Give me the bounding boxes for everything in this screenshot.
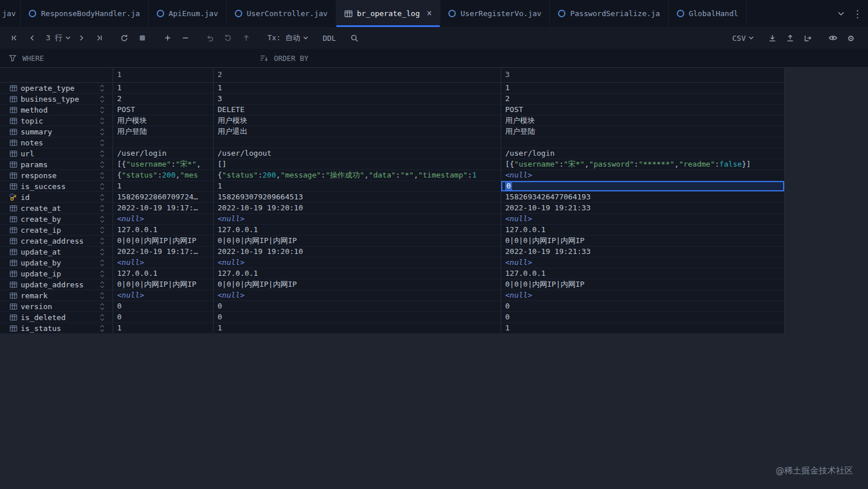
cell-update_at-3[interactable]: 2022-10-19 19:21:33: [501, 247, 785, 257]
cell-is_deleted-3[interactable]: 0: [501, 312, 785, 322]
sort-toggle-icon[interactable]: [99, 117, 105, 125]
cell-update_ip-3[interactable]: 127.0.0.1: [501, 268, 785, 279]
cell-update_at-1[interactable]: 2022-10-19 19:17:…: [113, 247, 214, 257]
cell-is_success-1[interactable]: 1: [113, 181, 214, 191]
cell-notes-3[interactable]: [501, 137, 785, 148]
sort-toggle-icon[interactable]: [99, 303, 105, 310]
cell-response-3[interactable]: <null>: [501, 170, 785, 180]
tab-UserController.jav[interactable]: UserController.jav: [227, 0, 336, 27]
page-size-selector[interactable]: 3 行: [46, 33, 71, 43]
sort-toggle-icon[interactable]: [99, 161, 105, 168]
sort-toggle-icon[interactable]: [99, 314, 105, 321]
cell-url-1[interactable]: /user/login: [113, 148, 214, 159]
tab-overflow-chevron-icon[interactable]: [838, 11, 844, 16]
cell-is_success-3[interactable]: 0: [501, 181, 785, 191]
cell-business_type-2[interactable]: 3: [214, 94, 501, 104]
download-icon[interactable]: [765, 30, 780, 45]
cell-business_type-3[interactable]: 2: [501, 94, 785, 104]
cell-remark-3[interactable]: <null>: [501, 290, 785, 301]
where-filter-input[interactable]: WHERE: [0, 54, 251, 63]
field-update_ip[interactable]: update_ip: [0, 268, 113, 279]
tab-PasswordSerialize.ja[interactable]: PasswordSerialize.ja: [550, 0, 669, 27]
cell-version-2[interactable]: 0: [214, 301, 501, 311]
field-notes[interactable]: notes: [0, 137, 113, 148]
export-icon[interactable]: [800, 30, 815, 45]
cell-create_address-2[interactable]: 0|0|0|内网IP|内网IP: [214, 236, 501, 246]
cell-create_by-2[interactable]: <null>: [214, 214, 501, 224]
field-remark[interactable]: remark: [0, 290, 113, 301]
cell-remark-2[interactable]: <null>: [214, 290, 501, 301]
cell-create_ip-3[interactable]: 127.0.0.1: [501, 225, 785, 235]
cell-business_type-1[interactable]: 2: [113, 94, 214, 104]
cell-url-3[interactable]: /user/login: [501, 148, 785, 159]
cell-update_at-2[interactable]: 2022-10-19 19:20:10: [214, 247, 501, 257]
tab-GlobalHandl[interactable]: GlobalHandl: [669, 0, 747, 27]
cell-operate_type-1[interactable]: 1: [113, 83, 214, 93]
sort-toggle-icon[interactable]: [99, 183, 105, 190]
cell-create_by-1[interactable]: <null>: [113, 214, 214, 224]
cell-summary-1[interactable]: 用户登陆: [113, 126, 214, 137]
cell-is_deleted-1[interactable]: 0: [113, 312, 214, 322]
cell-remark-1[interactable]: <null>: [113, 290, 214, 301]
field-response[interactable]: response: [0, 170, 113, 180]
cell-is_status-1[interactable]: 1: [113, 323, 214, 333]
rollback-icon[interactable]: [221, 30, 236, 45]
sort-toggle-icon[interactable]: [99, 270, 105, 278]
cell-id-1[interactable]: 15826922860709724…: [113, 192, 214, 202]
cell-params-1[interactable]: [{"username":"宋*",: [113, 159, 214, 170]
add-row-button[interactable]: [160, 30, 175, 45]
search-icon[interactable]: [347, 30, 362, 45]
cell-topic-1[interactable]: 用户模块: [113, 115, 214, 126]
cell-update_by-2[interactable]: <null>: [214, 257, 501, 268]
delete-row-button[interactable]: [178, 30, 193, 45]
sort-toggle-icon[interactable]: [99, 226, 105, 234]
sort-toggle-icon[interactable]: [99, 172, 105, 179]
sort-toggle-icon[interactable]: [99, 194, 105, 201]
settings-gear-icon[interactable]: ⚙: [843, 30, 858, 45]
order-by-filter-input[interactable]: ORDER BY: [251, 54, 308, 63]
cell-create_ip-1[interactable]: 127.0.0.1: [113, 225, 214, 235]
field-is_deleted[interactable]: is_deleted: [0, 312, 113, 322]
cell-create_at-2[interactable]: 2022-10-19 19:20:10: [214, 203, 501, 213]
field-business_type[interactable]: business_type: [0, 94, 113, 104]
cell-response-1[interactable]: {"status":200,"mes: [113, 170, 214, 180]
cell-update_ip-2[interactable]: 127.0.0.1: [214, 268, 501, 279]
record-header-1[interactable]: 1: [113, 68, 214, 82]
cell-update_ip-1[interactable]: 127.0.0.1: [113, 268, 214, 279]
field-topic[interactable]: topic: [0, 115, 113, 126]
cell-method-3[interactable]: POST: [501, 105, 785, 115]
field-operate_type[interactable]: operate_type: [0, 83, 113, 93]
field-create_address[interactable]: create_address: [0, 236, 113, 246]
cell-update_address-3[interactable]: 0|0|0|内网IP|内网IP: [501, 279, 785, 290]
more-options-icon[interactable]: ⋮: [852, 8, 862, 20]
tab-br_operate_log[interactable]: br_operate_log×: [336, 0, 441, 27]
cell-create_at-1[interactable]: 2022-10-19 19:17:…: [113, 203, 214, 213]
export-format-selector[interactable]: CSV: [733, 34, 754, 43]
field-is_status[interactable]: is_status: [0, 323, 113, 333]
cell-is_status-3[interactable]: 1: [501, 323, 785, 333]
sort-toggle-icon[interactable]: [99, 237, 105, 245]
submit-icon[interactable]: [239, 30, 254, 45]
tab-ResponseBodyHandler.ja[interactable]: ResponseBodyHandler.ja: [21, 0, 148, 27]
sort-toggle-icon[interactable]: [99, 106, 105, 114]
cell-params-2[interactable]: []: [214, 159, 501, 170]
field-is_success[interactable]: is_success: [0, 181, 113, 191]
close-icon[interactable]: ×: [427, 9, 432, 18]
view-options-eye-icon[interactable]: [826, 30, 840, 45]
cell-operate_type-3[interactable]: 1: [501, 83, 785, 93]
cell-topic-2[interactable]: 用户模块: [214, 115, 501, 126]
record-header-3[interactable]: 3: [501, 68, 785, 82]
field-id[interactable]: id: [0, 192, 113, 202]
cell-is_status-2[interactable]: 1: [214, 323, 501, 333]
field-update_address[interactable]: update_address: [0, 279, 113, 290]
cell-create_ip-2[interactable]: 127.0.0.1: [214, 225, 501, 235]
cell-version-3[interactable]: 0: [501, 301, 785, 311]
field-method[interactable]: method: [0, 105, 113, 115]
upload-icon[interactable]: [782, 30, 797, 45]
sort-toggle-icon[interactable]: [99, 95, 105, 103]
cell-create_address-1[interactable]: 0|0|0|内网IP|内网IP: [113, 236, 214, 246]
sort-toggle-icon[interactable]: [99, 150, 105, 157]
record-header-2[interactable]: 2: [214, 68, 501, 82]
sort-toggle-icon[interactable]: [99, 205, 105, 212]
cell-create_by-3[interactable]: <null>: [501, 214, 785, 224]
